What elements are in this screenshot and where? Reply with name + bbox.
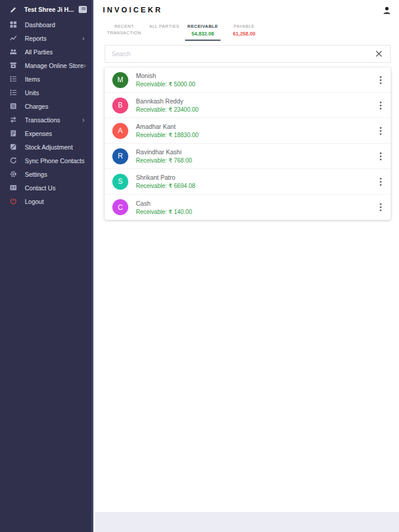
tab-all-parties[interactable]: ALL PARTIES (147, 20, 181, 41)
account-icon[interactable] (382, 6, 391, 15)
avatar: R (112, 148, 128, 164)
sidebar-item-label: Transactions (25, 116, 60, 124)
sidebar-item-label: Reports (25, 35, 47, 42)
store-icon (9, 61, 17, 70)
switch-business-icon[interactable] (79, 6, 87, 13)
sidebar-item-items[interactable]: Items (0, 72, 92, 86)
party-name: Amadhar Kant (136, 123, 199, 130)
sidebar-item-label: Charges (25, 103, 48, 110)
sidebar-item-contact-us[interactable]: Contact Us (0, 181, 92, 194)
business-header[interactable]: Test Shree Ji H... (0, 0, 92, 18)
tab-label: RECENT TRANSACTION (103, 23, 145, 37)
party-receivable: Receivable: ₹ 768.00 (136, 157, 192, 164)
avatar: B (112, 98, 128, 113)
list-icon (9, 89, 17, 97)
avatar: A (112, 123, 128, 139)
sidebar-item-label: Units (25, 89, 39, 96)
kebab-menu-icon[interactable] (378, 150, 383, 163)
power-icon (9, 197, 17, 206)
party-receivable: Receivable: ₹ 23400.00 (136, 106, 199, 113)
swap-arrows-icon (9, 116, 17, 124)
sidebar-item-sync-phone-contacts[interactable]: Sync Phone Contacts (0, 154, 92, 167)
party-name: Shrikant Patro (136, 174, 195, 181)
sidebar-item-label: Items (25, 76, 40, 83)
sidebar-item-label: Manage Online Store (25, 62, 83, 69)
sidebar-item-label: Sync Phone Contacts (25, 157, 85, 164)
sidebar-item-manage-online-store[interactable]: Manage Online Store › (0, 59, 92, 72)
party-receivable: Receivable: ₹ 140.00 (136, 209, 192, 215)
kebab-menu-icon[interactable] (378, 124, 383, 138)
sidebar-item-charges[interactable]: Charges (0, 99, 92, 113)
tab-payable[interactable]: PAYABLE 61,258.00 (224, 20, 264, 41)
search-input[interactable] (112, 51, 374, 57)
app-title: INVOICEKR (103, 6, 163, 14)
sidebar-item-label: Expenses (25, 130, 52, 137)
kebab-menu-icon[interactable] (378, 73, 383, 87)
kebab-menu-icon[interactable] (378, 99, 383, 112)
sidebar-item-transactions[interactable]: Transactions › (0, 113, 92, 126)
sidebar-item-label: Stock Adjustment (25, 144, 73, 151)
clear-search-icon[interactable] (374, 49, 384, 59)
sidebar-item-label: Contact Us (25, 184, 56, 192)
sidebar-item-units[interactable]: Units (0, 86, 92, 99)
dashboard-icon (9, 21, 17, 29)
sync-icon (9, 157, 17, 165)
business-name: Test Shree Ji H... (24, 6, 79, 13)
party-name: Monish (136, 72, 195, 79)
reports-icon (9, 34, 17, 43)
party-row[interactable]: B Bannkash Reddy Receivable: ₹ 23400.00 (105, 93, 391, 118)
party-row[interactable]: S Shrikant Patro Receivable: ₹ 6694.08 (105, 169, 391, 194)
avatar: S (112, 174, 128, 190)
tab-receivable[interactable]: RECEIVABLE 54,832.08 (181, 20, 224, 41)
kebab-menu-icon[interactable] (378, 175, 383, 189)
edit-icon (9, 5, 17, 14)
list-icon (9, 75, 17, 83)
sidebar-item-reports[interactable]: Reports › (0, 31, 92, 45)
sidebar-item-label: Dashboard (25, 21, 55, 28)
app-bar: INVOICEKR (95, 0, 399, 20)
kebab-menu-icon[interactable] (378, 200, 383, 214)
party-name: Ravindhar Kashi (136, 148, 192, 155)
adjust-icon (9, 143, 17, 151)
contact-card-icon (9, 184, 17, 192)
sidebar-item-label: All Parties (25, 48, 53, 56)
sidebar-item-stock-adjustment[interactable]: Stock Adjustment (0, 140, 92, 154)
sidebar-item-all-parties[interactable]: All Parties (0, 45, 92, 59)
tab-label: PAYABLE (226, 23, 262, 30)
sidebar-item-dashboard[interactable]: Dashboard (0, 18, 92, 31)
sidebar: Test Shree Ji H... Dashboard Reports › A… (0, 0, 93, 532)
party-receivable: Receivable: ₹ 5000.00 (136, 81, 195, 87)
gear-icon (9, 170, 17, 179)
receivable-total: 54,832.08 (183, 31, 222, 37)
party-row[interactable]: A Amadhar Kant Receivable: ₹ 18830.00 (105, 118, 391, 144)
sidebar-item-label: Logout (25, 198, 44, 205)
party-name: Bannkash Reddy (136, 98, 199, 105)
party-row[interactable]: M Monish Receivable: ₹ 5000.00 (105, 67, 391, 93)
people-icon (9, 48, 17, 56)
list-box-icon (9, 102, 17, 111)
sidebar-item-logout[interactable]: Logout (0, 194, 92, 208)
party-list: M Monish Receivable: ₹ 5000.00 B Bannkas… (105, 67, 391, 220)
party-name: Cash (136, 200, 192, 207)
payable-total: 61,258.00 (226, 31, 262, 37)
tab-recent-transaction[interactable]: RECENT TRANSACTION (101, 20, 147, 41)
chevron-right-icon: › (82, 35, 86, 42)
party-row[interactable]: R Ravindhar Kashi Receivable: ₹ 768.00 (105, 144, 391, 169)
sidebar-item-settings[interactable]: Settings (0, 167, 92, 181)
party-receivable: Receivable: ₹ 18830.00 (136, 132, 199, 138)
chevron-right-icon: › (82, 116, 86, 124)
sidebar-item-expenses[interactable]: Expenses (0, 126, 92, 140)
avatar: C (112, 199, 128, 215)
sidebar-item-label: Settings (25, 171, 47, 178)
party-row[interactable]: C Cash Receivable: ₹ 140.00 (105, 194, 391, 220)
avatar: M (112, 72, 128, 88)
tab-label: ALL PARTIES (149, 23, 180, 30)
chevron-right-icon: › (83, 62, 87, 69)
tab-label: RECEIVABLE (183, 23, 222, 30)
tab-bar: RECENT TRANSACTION ALL PARTIES RECEIVABL… (95, 20, 399, 41)
party-receivable: Receivable: ₹ 6694.08 (136, 183, 195, 189)
main-area: INVOICEKR RECENT TRANSACTION ALL PARTIES… (95, 0, 399, 532)
bottom-bar (95, 512, 399, 532)
search-box (105, 45, 391, 63)
receipt-icon (9, 129, 17, 138)
